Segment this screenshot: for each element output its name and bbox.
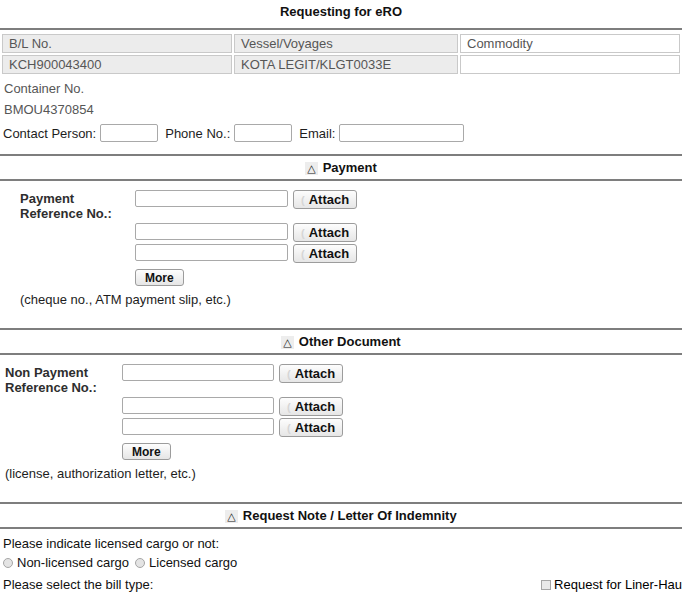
other-doc-attach-button-1[interactable]: (Attach	[279, 364, 343, 383]
non-payment-reference-input-2[interactable]	[122, 397, 274, 414]
non-payment-ref-row-3: (Attach	[122, 418, 682, 437]
request-note-section: Please indicate licensed cargo or not: N…	[0, 536, 682, 597]
other-doc-attach-button-3[interactable]: (Attach	[279, 418, 343, 437]
title-divider	[0, 28, 682, 30]
payment-hint: (cheque no., ATM payment slip, etc.)	[20, 292, 682, 307]
liner-haul-option: Request for Liner-Hau	[541, 577, 682, 592]
other-doc-hint: (license, authorization letter, etc.)	[5, 466, 682, 481]
payment-section-title: Payment	[323, 160, 377, 175]
liner-haul-checkbox[interactable]	[541, 580, 551, 590]
other-doc-more-button[interactable]: More	[122, 443, 171, 460]
collapse-icon[interactable]: △	[305, 162, 317, 175]
licensed-cargo-label: Licensed cargo	[149, 555, 237, 570]
col-header-bl-no: B/L No.	[2, 34, 232, 53]
non-payment-ref-row-2: (Attach	[122, 397, 682, 416]
attach-file-icon: (	[301, 248, 305, 260]
table-row: KCH900043400 KOTA LEGIT/KLGT0033E	[2, 55, 680, 74]
phone-no-input[interactable]	[234, 124, 292, 142]
section-header-other-document[interactable]: △Other Document	[0, 328, 682, 355]
attach-file-icon: (	[301, 227, 305, 239]
shipment-table: B/L No. Vessel/Voyages Commodity KCH9000…	[0, 32, 682, 76]
other-document-section-title: Other Document	[299, 334, 401, 349]
email-input[interactable]	[339, 124, 464, 142]
payment-attach-button-2[interactable]: (Attach	[293, 223, 357, 242]
cell-vessel-voyage: KOTA LEGIT/KLGT0033E	[234, 55, 458, 74]
payment-section: Payment Reference No.: (Attach (Attach (…	[0, 181, 682, 316]
payment-attach-button-3[interactable]: (Attach	[293, 244, 357, 263]
attach-file-icon: (	[287, 401, 291, 413]
bill-type-row: Please select the bill type: Request for…	[0, 577, 682, 592]
request-note-section-title: Request Note / Letter Of Indemnity	[243, 508, 457, 523]
contact-row: Contact Person: Phone No.: Email:	[3, 124, 682, 142]
payment-attach-button-1[interactable]: (Attach	[293, 190, 357, 209]
non-payment-reference-label: Non Payment Reference No.:	[5, 364, 122, 395]
licensed-cargo-options: Non-licensed cargo Licensed cargo	[3, 555, 682, 570]
attach-file-icon: (	[301, 194, 305, 206]
cell-commodity	[460, 55, 680, 74]
phone-no-label: Phone No.:	[165, 126, 230, 141]
container-no-value: BMOU4370854	[4, 102, 682, 117]
attach-file-icon: (	[287, 368, 291, 380]
col-header-vessel-voyages: Vessel/Voyages	[234, 34, 458, 53]
table-header-row: B/L No. Vessel/Voyages Commodity	[2, 34, 680, 53]
payment-reference-input-3[interactable]	[135, 244, 288, 261]
collapse-icon[interactable]: △	[225, 510, 237, 523]
non-payment-ref-row-1: Non Payment Reference No.: (Attach	[5, 364, 682, 395]
payment-ref-row-1: Payment Reference No.: (Attach	[20, 190, 682, 221]
payment-reference-input-2[interactable]	[135, 223, 288, 240]
non-licensed-cargo-label: Non-licensed cargo	[17, 555, 129, 570]
payment-ref-row-2: (Attach	[135, 223, 682, 242]
container-no-label: Container No.	[4, 81, 682, 96]
contact-person-label: Contact Person:	[3, 126, 96, 141]
liner-haul-label: Request for Liner-Hau	[554, 577, 682, 592]
collapse-icon[interactable]: △	[281, 336, 293, 349]
payment-reference-label: Payment Reference No.:	[20, 190, 135, 221]
col-header-commodity: Commodity	[460, 34, 680, 53]
cell-bl-no: KCH900043400	[2, 55, 232, 74]
other-doc-attach-button-2[interactable]: (Attach	[279, 397, 343, 416]
licensed-cargo-question: Please indicate licensed cargo or not:	[3, 536, 682, 551]
payment-more-button[interactable]: More	[135, 269, 184, 286]
non-payment-reference-input-3[interactable]	[122, 418, 274, 435]
payment-reference-input-1[interactable]	[135, 190, 288, 207]
attach-file-icon: (	[287, 422, 291, 434]
payment-ref-row-3: (Attach	[135, 244, 682, 263]
email-label: Email:	[299, 126, 335, 141]
other-document-section: Non Payment Reference No.: (Attach (Atta…	[0, 355, 682, 490]
section-header-request-note[interactable]: △Request Note / Letter Of Indemnity	[0, 502, 682, 529]
non-licensed-cargo-radio[interactable]	[3, 558, 13, 568]
contact-person-input[interactable]	[100, 124, 158, 142]
section-header-payment[interactable]: △Payment	[0, 154, 682, 181]
page-title: Requesting for eRO	[0, 0, 682, 19]
non-payment-reference-input-1[interactable]	[122, 364, 274, 381]
licensed-cargo-radio[interactable]	[135, 558, 145, 568]
bill-type-question: Please select the bill type:	[3, 577, 153, 592]
